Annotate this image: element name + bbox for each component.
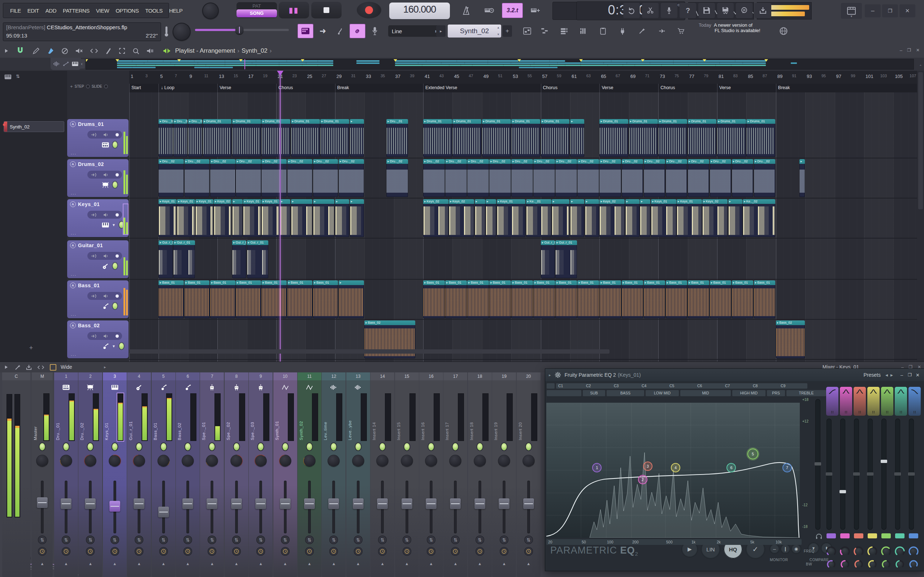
mixer-strip-spe-01[interactable]: 7Spe.._01⇅▲ [200,372,224,577]
strip-number[interactable]: 13 [346,372,370,380]
audio-clip[interactable]: ▸Bass_01 [666,280,688,318]
strip-fader-handle[interactable] [353,498,363,509]
strip-delay-clock-button[interactable] [38,547,47,556]
audio-clip[interactable]: ▸Bass_01 [577,280,599,318]
mixer-strip-bass-02[interactable]: 6Bass_02⇅▲ [176,372,200,577]
tempo-display[interactable]: 160.000 [389,3,450,19]
zoom-tool-icon[interactable] [132,48,139,55]
strip-swap-button[interactable]: ⇅ [86,535,95,544]
audio-clip[interactable]: ▸Dru.._02 [511,159,533,197]
add-pattern-button[interactable]: + [502,25,512,37]
strip-swap-button[interactable]: ⇅ [475,535,484,544]
eq-band-label-sub[interactable]: SUB [583,390,605,396]
section-marker-extended-verse[interactable]: Extended Verse [423,84,463,92]
mixer-mode-swatch[interactable] [50,364,57,371]
strip-delay-clock-button[interactable] [329,547,338,556]
strip-swap-button[interactable]: ⇅ [281,535,289,544]
track-lane-bass_02[interactable]: ▸Bass_02▸Bass_02 [129,320,917,360]
tools-icon[interactable] [634,24,650,38]
eq-monitor-in-button[interactable]: ❙ [781,544,790,554]
caret-down-icon[interactable]: ▼ [112,223,116,227]
mixer-strip-lev-time[interactable]: 12Lev..time⇅▲ [322,372,346,577]
audio-clip[interactable]: ▸Bass_01 [732,280,754,318]
audio-clip[interactable]: ▸Dru.._02 [467,159,489,197]
strip-pan-knob[interactable] [254,454,268,467]
feedback-button[interactable] [736,3,753,18]
strip-number[interactable]: 19 [492,372,516,380]
audio-clip[interactable]: ▸Bass_01 [313,280,338,318]
eq-main-level-handle[interactable] [814,462,821,466]
audio-clip[interactable]: ▸Keys_01 [243,199,261,237]
audio-clip[interactable]: ▸ [350,119,364,157]
strip-pan-knob[interactable] [351,454,365,467]
mixer-strip-c[interactable]: C [2,372,30,577]
audio-clip[interactable]: ▸Bass_01 [555,280,577,318]
audio-clip[interactable]: ▸Dru.._02 [622,159,643,197]
strip-number[interactable]: 11 [297,372,321,380]
eq-band-color-swatch-3[interactable] [854,533,863,538]
select-tool-icon[interactable] [119,48,125,54]
strip-route-arrow[interactable]: ▲ [162,561,165,566]
eq-slot-c8[interactable]: C8 [751,383,780,388]
eq-filter-type-1[interactable] [826,387,838,416]
eq-bw-knob-3[interactable] [854,559,864,569]
strip-pan-knob[interactable] [59,454,73,467]
track-buttons[interactable] [87,131,122,139]
eq-titlebar[interactable]: ▸ Fruity Parametric EQ 2 (Keys_01) Prese… [545,369,924,381]
strip-delay-clock-button[interactable] [500,547,509,556]
eq-bw-knob-4[interactable] [867,559,877,569]
mixer-strip-keys-01[interactable]: 3Keys_01⇅▲ [103,372,127,577]
track-lane-drums_02[interactable]: ▸Dru.._02▸Dru.._02▸Dru.._02▸Dru.._02▸Dru… [129,159,917,198]
audio-clip[interactable]: ▸ [291,199,313,237]
eq-gain-slider-handle-7[interactable] [908,472,914,475]
audio-clip[interactable]: ▸Bass_01 [467,280,489,318]
audio-clip[interactable]: ▸Keys_02 [599,199,625,237]
audio-clip[interactable]: ▸Dru.._01 [386,119,408,157]
strip-number[interactable]: M [32,372,53,380]
eq-maximize-icon[interactable]: ❐ [908,372,912,377]
audio-clip[interactable]: ▸Drums_01 [423,119,452,157]
eq-menu-icon[interactable]: ▸ [549,373,551,377]
audio-clip[interactable]: ▸Ke.._02 [743,199,775,237]
overdub-arrow-icon[interactable]: ➜ [315,24,331,38]
eq-slot-c5[interactable]: C5 [667,383,696,388]
strip-number[interactable]: 12 [322,372,346,380]
audio-clip[interactable]: ▸Bass_01 [710,280,732,318]
strip-fader-handle[interactable] [37,497,48,508]
audio-clip[interactable]: ▸ [350,199,364,237]
strip-swap-button[interactable]: ⇅ [183,535,192,544]
track-buttons[interactable] [87,292,122,300]
eq-slot-c1[interactable]: C1 [556,383,585,388]
audio-clip[interactable]: ▸Drums_01 [203,119,232,157]
eq-slot-c9[interactable]: C9 [779,383,808,388]
eq-band-label-low-mid[interactable]: LOW MID [646,390,679,396]
eq-gain-slider-1[interactable] [827,419,832,530]
strip-delay-clock-button[interactable] [427,547,435,556]
strip-fader-handle[interactable] [304,498,315,509]
audio-clip[interactable]: ▸Drums_01 [482,119,511,157]
eq-filter-type-4[interactable] [867,387,880,416]
audio-clip[interactable]: ▸Bass_01 [445,280,467,318]
audio-clip[interactable]: ▸Drums_01 [599,119,628,157]
eq-graph[interactable]: 1234567 [546,403,800,538]
strip-route-arrow[interactable]: ▲ [186,561,190,566]
strip-fader-handle[interactable] [183,498,193,509]
picker-swap-icon[interactable]: ⇅ [16,74,20,79]
mixer-record-icon[interactable] [26,364,32,371]
mixer-strip-bass-01[interactable]: 5Bass_01⇅▲ [152,372,176,577]
eq-bw-knob-7[interactable] [908,559,919,569]
audio-clip[interactable]: ▸Dru.._02 [445,159,467,197]
eq-freq-knob-3[interactable] [853,546,864,557]
eq-gain-slider-handle-3[interactable] [853,472,860,475]
strip-swap-button[interactable]: ⇅ [500,535,509,544]
strip-swap-button[interactable]: ⇅ [159,535,168,544]
one-click-record-icon[interactable] [654,24,669,38]
strip-delay-clock-button[interactable] [354,547,362,556]
eq-filter-type-6[interactable] [895,387,907,416]
menu-item-patterns[interactable]: PATTERNS [60,8,93,14]
strip-enable-led[interactable] [88,443,93,450]
mixer-window-icon[interactable] [575,24,591,38]
playlist-close-icon[interactable]: ✕ [916,48,920,53]
slide-toggle[interactable] [104,84,108,89]
strip-pan-knob[interactable] [205,454,219,467]
